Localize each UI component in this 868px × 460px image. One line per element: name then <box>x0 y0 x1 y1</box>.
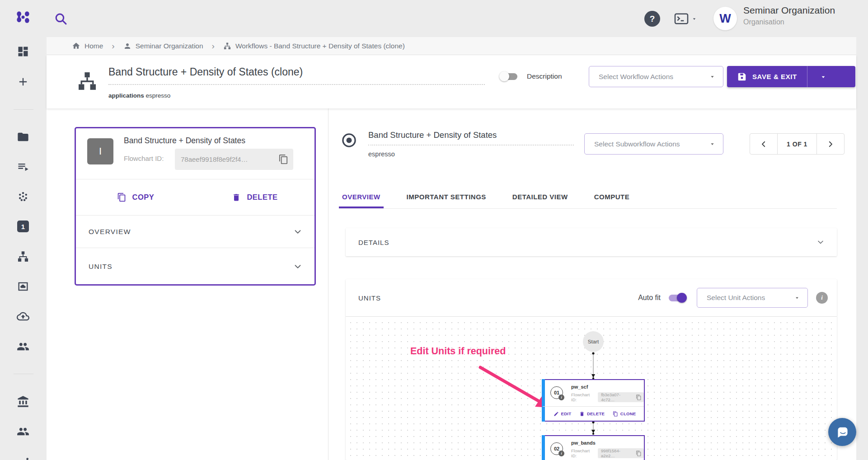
home-icon <box>72 42 80 50</box>
copy-icon[interactable] <box>636 451 642 456</box>
unit-actions-select[interactable]: Select Unit Actions <box>697 288 808 308</box>
sidebar-item-images[interactable] <box>17 280 29 293</box>
sidebar-item-analytics[interactable] <box>17 455 29 460</box>
sidebar-item-nanostructures[interactable] <box>17 191 29 203</box>
chat-bubble-icon <box>835 424 850 440</box>
top-bar: ? W Seminar Organization Organisation <box>0 0 868 37</box>
copy-icon[interactable] <box>278 154 289 164</box>
delete-label: DELETE <box>587 411 605 416</box>
node-id-chip: fb3e3a07-4c72… <box>598 392 644 402</box>
clone-label: CLONE <box>620 411 636 416</box>
workflow-icon <box>223 42 231 50</box>
workflow-icon <box>76 70 98 92</box>
jobs-count-icon: 1 <box>17 221 29 232</box>
autofit-label: Auto fit <box>638 294 661 302</box>
node-info-icon[interactable]: i <box>558 394 564 400</box>
autofit-toggle[interactable] <box>669 295 686 301</box>
workflow-actions-select[interactable]: Select Workflow Actions <box>589 66 723 87</box>
node-id-label: Flowchart ID: <box>571 392 596 402</box>
node-header: 02 i pw_bands Flowchart ID: 998f1584-a2e… <box>543 436 644 460</box>
save-exit-button[interactable]: SAVE & EXIT <box>727 66 807 87</box>
node-clone-button[interactable]: CLONE <box>613 411 636 417</box>
overview-accordion[interactable]: OVERVIEW <box>76 216 314 248</box>
tab-compute[interactable]: COMPUTE <box>591 185 633 208</box>
node-name: pw_bands <box>571 440 596 446</box>
subworkflow-app: espresso <box>368 150 395 158</box>
sidebar-item-members[interactable] <box>17 425 29 438</box>
tab-important-settings[interactable]: IMPORTANT SETTINGS <box>404 185 489 208</box>
pager-label: 1 OF 1 <box>777 134 817 154</box>
unit-node-pw-bands[interactable]: 02 i pw_bands Flowchart ID: 998f1584-a2e… <box>542 435 645 460</box>
node-delete-button[interactable]: DELETE <box>579 411 605 417</box>
subworkflow-actions-select[interactable]: Select Subworkflow Actions <box>584 133 723 155</box>
sidebar-item-jobs-count[interactable]: 1 <box>17 220 29 233</box>
units-panel-header: UNITS Auto fit Select Unit Actions <box>346 279 837 316</box>
copy-label: COPY <box>132 193 155 202</box>
delete-workflow-button[interactable]: DELETE <box>195 193 314 202</box>
help-icon[interactable]: ? <box>644 11 660 27</box>
chevron-down-icon <box>293 262 303 272</box>
chat-button[interactable] <box>828 418 856 446</box>
sidebar-item-cloud-upload[interactable] <box>17 310 29 323</box>
chevron-left-icon <box>760 140 768 148</box>
units-accordion[interactable]: UNITS <box>76 248 314 285</box>
chevron-right-icon <box>826 140 835 148</box>
workflow-sidebar-pane: I Band Structure + Density of States Flo… <box>47 108 328 460</box>
node-number-label: 02 <box>554 446 559 451</box>
meta-key: applications <box>108 92 144 99</box>
sidebar-item-organization[interactable] <box>17 395 29 408</box>
node-info-icon[interactable]: i <box>558 451 564 456</box>
sidebar-item-create[interactable] <box>17 75 29 88</box>
details-accordion[interactable]: DETAILS <box>346 228 837 256</box>
breadcrumb-workflow[interactable]: Workflows - Band Structure + Density of … <box>223 42 405 50</box>
caret-down-icon <box>794 295 800 301</box>
console-menu-button[interactable] <box>674 13 697 25</box>
units-label: UNITS <box>358 294 381 302</box>
node-name: pw_scf <box>571 384 588 390</box>
sidebar-item-dashboard[interactable] <box>17 45 29 58</box>
description-toggle[interactable] <box>500 73 517 80</box>
save-icon <box>737 72 747 82</box>
node-edit-button[interactable]: EDIT <box>554 411 572 417</box>
pager-next-button[interactable] <box>817 134 844 154</box>
node-id-value: 998f1584-a2e2… <box>601 448 633 458</box>
info-icon[interactable]: i <box>816 292 828 304</box>
breadcrumb-label: Seminar Organization <box>136 42 203 50</box>
search-icon[interactable] <box>53 11 68 26</box>
copy-workflow-button[interactable]: COPY <box>76 192 195 202</box>
subworkflow-pager: 1 OF 1 <box>750 133 845 155</box>
toggle-knob <box>499 71 509 81</box>
tab-detailed-view[interactable]: DETAILED VIEW <box>509 185 571 208</box>
breadcrumb-organization[interactable]: Seminar Organization <box>123 42 203 50</box>
edit-label: EDIT <box>561 411 572 416</box>
copy-icon[interactable] <box>636 394 642 400</box>
org-avatar[interactable]: W <box>713 7 737 30</box>
toggle-knob <box>677 293 687 303</box>
sidebar-item-workflows[interactable] <box>17 250 29 263</box>
pager-prev-button[interactable] <box>750 134 777 154</box>
mat3ra-logo-icon[interactable] <box>14 9 32 28</box>
caret-down-icon <box>691 16 697 22</box>
org-name: Seminar Organization <box>743 5 835 16</box>
start-node[interactable]: Start <box>583 331 604 352</box>
chevron-down-icon <box>293 227 303 237</box>
flowchart-canvas[interactable]: Edit Units if required Start 01 i pw_scf <box>346 316 837 460</box>
meta-value: espresso <box>146 92 171 99</box>
terminal-icon <box>674 13 689 25</box>
breadcrumb-home[interactable]: Home <box>72 42 103 50</box>
person-icon <box>123 42 131 50</box>
subworkflow-tabs: OVERVIEW IMPORTANT SETTINGS DETAILED VIE… <box>339 185 837 209</box>
subworkflow-title: Band Structure + Density of States <box>368 130 497 140</box>
details-label: DETAILS <box>358 239 389 246</box>
units-panel: UNITS Auto fit Select Unit Actions <box>346 279 837 460</box>
trash-icon <box>232 193 241 202</box>
tab-overview[interactable]: OVERVIEW <box>339 185 384 208</box>
sidebar-item-team[interactable] <box>17 340 29 353</box>
unit-node-pw-scf[interactable]: 01 i pw_scf Flowchart ID: fb3e3a07-4c72… <box>542 379 645 422</box>
workflow-card[interactable]: I Band Structure + Density of States Flo… <box>75 127 316 286</box>
sidebar-item-jobs-list[interactable] <box>17 160 29 173</box>
save-options-button[interactable] <box>807 66 839 87</box>
org-menu[interactable]: Seminar Organization Organisation <box>743 5 835 26</box>
sidebar-item-materials[interactable] <box>17 131 29 143</box>
subworkflow-radio-icon <box>341 132 357 148</box>
